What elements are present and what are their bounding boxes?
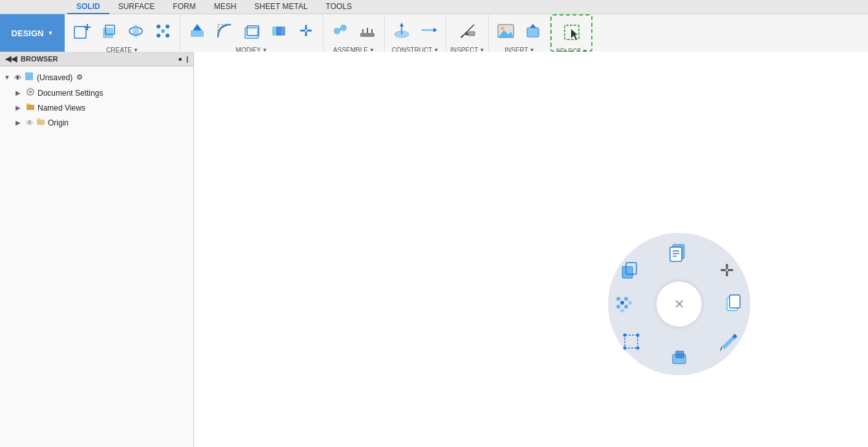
radial-copy-item[interactable] <box>617 256 646 285</box>
browser-panel: ◀◀ BROWSER ● | ▼ 👁 (Unsaved) ⚙ <box>0 52 194 447</box>
expand-origin[interactable]: ▶ <box>16 119 26 126</box>
svg-point-61 <box>624 347 627 350</box>
svg-point-18 <box>334 28 340 34</box>
insert-section: INSERT ▼ <box>489 14 550 52</box>
radial-menu: ✕ ✛ <box>608 233 750 375</box>
svg-rect-54 <box>730 295 740 308</box>
svg-point-66 <box>624 305 628 309</box>
svg-rect-44 <box>27 105 34 110</box>
collapse-arrow[interactable]: ◀◀ <box>5 54 17 63</box>
inspect-measure-button[interactable] <box>455 17 481 45</box>
tab-sheet-metal[interactable]: SHEET METAL <box>245 0 316 14</box>
svg-point-11 <box>161 29 165 33</box>
svg-point-9 <box>157 34 160 38</box>
radial-new-component-item[interactable] <box>721 290 749 318</box>
tab-strip: SOLID SURFACE FORM MESH SHEET METAL TOOL… <box>0 0 868 14</box>
folder-icon <box>26 102 35 113</box>
pattern-button[interactable] <box>150 17 176 45</box>
inspect-section: INSPECT ▼ <box>446 14 489 52</box>
expand-doc-settings[interactable]: ▶ <box>16 89 26 96</box>
svg-rect-46 <box>37 120 45 125</box>
browser-pin[interactable]: | <box>186 55 188 63</box>
joint-button[interactable] <box>327 17 353 45</box>
insert-decal-button[interactable] <box>520 17 546 45</box>
tab-form[interactable]: FORM <box>164 0 204 14</box>
svg-rect-41 <box>25 72 33 80</box>
settings-icon <box>26 87 35 98</box>
radial-edit-item[interactable] <box>713 327 741 356</box>
expand-unsaved[interactable]: ▼ <box>4 74 14 81</box>
svg-rect-12 <box>191 30 204 37</box>
svg-point-6 <box>133 25 139 38</box>
create-label[interactable]: CREATE ▼ <box>106 47 138 54</box>
svg-rect-0 <box>74 27 86 38</box>
design-button[interactable]: DESIGN ▼ <box>0 14 65 52</box>
svg-rect-45 <box>27 104 30 105</box>
svg-point-10 <box>166 34 169 38</box>
select-section: SELECT ▼ <box>550 14 592 52</box>
unsaved-settings[interactable]: ⚙ <box>76 73 83 82</box>
svg-rect-31 <box>468 32 475 36</box>
tab-mesh[interactable]: MESH <box>205 0 246 14</box>
assemble-section: ASSEMBLE ▼ <box>323 14 385 52</box>
expand-named-views[interactable]: ▶ <box>16 104 26 111</box>
svg-marker-39 <box>530 24 536 28</box>
origin-folder-icon <box>36 117 45 128</box>
svg-rect-49 <box>670 247 682 261</box>
svg-point-67 <box>620 301 624 305</box>
browser-header: ◀◀ BROWSER ● | <box>0 52 193 67</box>
construct-axis-button[interactable] <box>416 17 442 45</box>
design-dropdown-arrow: ▼ <box>47 30 53 36</box>
revolve-button[interactable] <box>123 17 149 45</box>
svg-point-65 <box>616 305 620 309</box>
canvas-area[interactable]: ✕ ✛ <box>194 52 868 447</box>
new-body-button[interactable] <box>69 17 94 45</box>
measure-assemble-button[interactable] <box>354 17 380 45</box>
modify-section: ✛ MODIFY ▼ <box>180 14 323 52</box>
tree-item-named-views[interactable]: ▶ Named Views <box>0 100 193 115</box>
svg-rect-70 <box>622 267 633 278</box>
svg-point-62 <box>636 347 640 350</box>
move-button[interactable]: ✛ <box>293 17 319 45</box>
svg-rect-3 <box>103 28 113 38</box>
tab-solid[interactable]: SOLID <box>67 0 109 14</box>
fillet-button[interactable] <box>212 17 237 45</box>
create-arrow: ▼ <box>133 47 138 53</box>
svg-point-19 <box>340 25 347 31</box>
move-icon: ✛ <box>720 261 734 281</box>
visibility-eye[interactable]: 👁 <box>14 74 21 82</box>
insert-image-button[interactable] <box>493 17 519 45</box>
radial-pushpull-item[interactable] <box>665 342 693 370</box>
svg-rect-38 <box>527 28 539 37</box>
unsaved-icon <box>24 71 34 83</box>
tab-tools[interactable]: TOOLS <box>317 0 361 14</box>
origin-visibility[interactable]: 👁 <box>26 118 34 127</box>
tree-item-doc-settings[interactable]: ▶ Document Settings <box>0 85 193 100</box>
tab-surface[interactable]: SURFACE <box>109 0 164 14</box>
browser-tree: ▼ 👁 (Unsaved) ⚙ ▶ Document Settings <box>0 67 193 447</box>
radial-close-button[interactable]: ✕ <box>656 281 702 327</box>
construct-plane-button[interactable] <box>389 17 415 45</box>
svg-point-8 <box>166 25 169 28</box>
combine-button[interactable] <box>266 17 292 45</box>
svg-point-68 <box>628 301 632 305</box>
radial-move-item[interactable]: ✛ <box>713 256 741 285</box>
shell-button[interactable] <box>239 17 265 45</box>
browser-options[interactable]: ● <box>178 55 182 63</box>
svg-line-55 <box>721 347 722 351</box>
radial-bbox-item[interactable] <box>617 327 646 356</box>
radial-top-item[interactable] <box>665 239 693 268</box>
radial-pattern-item[interactable] <box>609 290 638 318</box>
extrude-button[interactable] <box>96 17 122 45</box>
press-pull-button[interactable] <box>184 17 210 45</box>
select-button[interactable] <box>559 18 585 47</box>
tree-item-origin[interactable]: ▶ 👁 Origin <box>0 115 193 130</box>
svg-line-20 <box>340 29 341 30</box>
svg-point-60 <box>636 334 640 337</box>
svg-marker-29 <box>433 28 437 32</box>
toolbar-icons: DESIGN ▼ <box>0 14 868 52</box>
svg-point-59 <box>624 334 627 337</box>
svg-marker-13 <box>193 24 202 30</box>
close-icon: ✕ <box>674 296 685 312</box>
tree-item-unsaved[interactable]: ▼ 👁 (Unsaved) ⚙ <box>0 69 193 85</box>
